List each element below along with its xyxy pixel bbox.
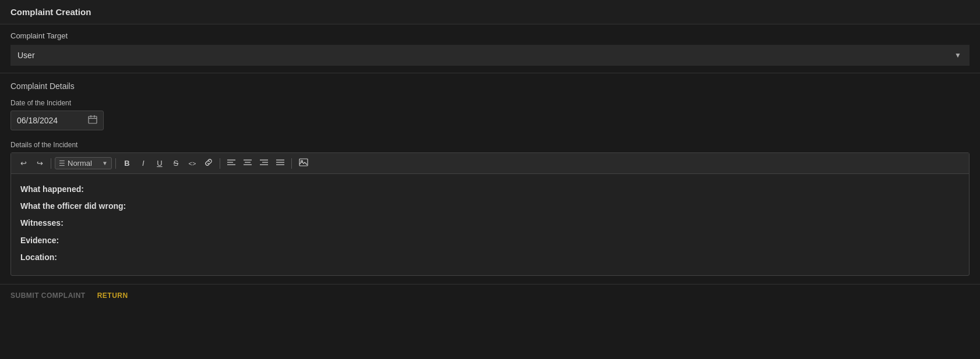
align-justify-button[interactable] bbox=[273, 157, 288, 169]
rich-text-editor: ↩ ↪ ☰ Normal ▼ B I bbox=[10, 152, 970, 276]
redo-icon: ↪ bbox=[37, 159, 43, 168]
align-center-button[interactable] bbox=[240, 157, 255, 169]
bold-icon: B bbox=[124, 159, 129, 168]
footer-bar: SUBMIT COMPLAINT RETURN bbox=[0, 284, 980, 307]
complaint-target-select-wrapper: User Officer Department bbox=[10, 45, 970, 66]
align-left-button[interactable] bbox=[224, 157, 239, 169]
format-select-wrapper[interactable]: ☰ Normal ▼ bbox=[55, 157, 112, 169]
calendar-icon[interactable] bbox=[88, 115, 97, 126]
toolbar-divider-4 bbox=[291, 158, 292, 169]
bold-button[interactable]: B bbox=[119, 157, 135, 169]
undo-button[interactable]: ↩ bbox=[16, 157, 31, 169]
editor-toolbar: ↩ ↪ ☰ Normal ▼ B I bbox=[11, 153, 969, 174]
toolbar-divider-1 bbox=[51, 158, 51, 169]
align-right-button[interactable] bbox=[256, 157, 272, 169]
svg-rect-16 bbox=[299, 159, 308, 166]
complaint-target-label: Complaint Target bbox=[10, 31, 970, 40]
image-button[interactable] bbox=[295, 157, 312, 170]
align-left-icon bbox=[227, 159, 235, 168]
content-line-1: What happened: bbox=[20, 182, 960, 197]
format-chevron-icon: ▼ bbox=[102, 160, 108, 166]
complaint-details-section: Complaint Details Date of the Incident D… bbox=[0, 73, 980, 284]
svg-rect-0 bbox=[89, 116, 97, 123]
align-right-icon bbox=[260, 159, 268, 168]
return-button[interactable]: RETURN bbox=[97, 292, 128, 300]
editor-content[interactable]: What happened: What the officer did wron… bbox=[11, 174, 969, 275]
content-line-3: Witnesses: bbox=[20, 216, 960, 230]
code-button[interactable]: <> bbox=[185, 158, 200, 169]
align-center-icon bbox=[244, 159, 252, 168]
content-line-5: Location: bbox=[20, 250, 960, 265]
italic-button[interactable]: I bbox=[136, 157, 151, 169]
date-input-wrapper bbox=[10, 111, 104, 130]
underline-icon: U bbox=[157, 159, 162, 168]
link-button[interactable] bbox=[201, 157, 216, 170]
details-incident-label: Details of the Incident bbox=[10, 141, 970, 149]
date-input[interactable] bbox=[17, 116, 84, 125]
undo-icon: ↩ bbox=[20, 159, 27, 168]
content-line-2: What the officer did wrong: bbox=[20, 199, 960, 214]
redo-button[interactable]: ↪ bbox=[32, 157, 47, 169]
toolbar-divider-2 bbox=[115, 158, 116, 169]
align-justify-icon bbox=[276, 159, 284, 168]
complaint-target-section: Complaint Target User Officer Department bbox=[0, 24, 980, 73]
page-title: Complaint Creation bbox=[0, 0, 980, 24]
toolbar-divider-3 bbox=[220, 158, 220, 169]
strikethrough-icon: S bbox=[174, 159, 179, 168]
strikethrough-button[interactable]: S bbox=[168, 157, 184, 169]
lines-icon: ☰ bbox=[59, 159, 65, 168]
format-select-label: Normal bbox=[68, 159, 100, 168]
complaint-target-select[interactable]: User Officer Department bbox=[10, 45, 970, 66]
link-icon bbox=[205, 158, 213, 168]
submit-complaint-button[interactable]: SUBMIT COMPLAINT bbox=[10, 292, 86, 300]
complaint-details-title: Complaint Details bbox=[10, 81, 970, 91]
date-field-label: Date of the Incident bbox=[10, 99, 970, 107]
page-container: Complaint Creation Complaint Target User… bbox=[0, 0, 980, 359]
image-icon bbox=[299, 158, 308, 168]
code-icon: <> bbox=[188, 160, 196, 167]
italic-icon: I bbox=[142, 159, 144, 168]
underline-button[interactable]: U bbox=[152, 157, 167, 169]
content-line-4: Evidence: bbox=[20, 233, 960, 248]
